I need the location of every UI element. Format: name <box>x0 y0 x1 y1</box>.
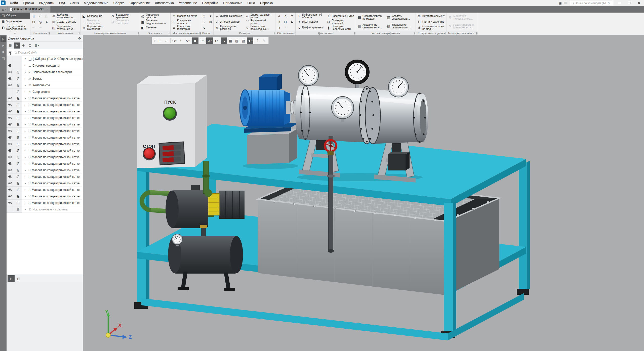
aux-axis-icon[interactable]: ∗ <box>208 14 213 19</box>
surface-mark-icon[interactable]: ≈ <box>283 25 288 30</box>
continuity-check-button[interactable]: ∮ Проверка непрерывности <box>326 25 355 30</box>
tree-row[interactable]: ∈ ▸ ∷ Массив по концентрической сетке: <box>7 200 83 206</box>
tree-panel-icon[interactable]: ⊩ <box>1 36 6 42</box>
start-button[interactable] <box>164 107 176 119</box>
tree-row[interactable]: ∈ ▸ ∷ Массив по концентрической сетке: <box>7 160 83 167</box>
menu-item[interactable]: Управление <box>176 0 199 6</box>
expand-caret-icon[interactable]: ▸ <box>25 162 27 165</box>
include-toggle[interactable]: ∈ <box>14 128 22 134</box>
move-component-button[interactable]: ⇄ Переместить компонент <box>81 25 110 30</box>
insert-std-element-button[interactable]: ⊕ Вставить элемент <box>417 13 446 19</box>
restore-button[interactable] <box>625 0 633 6</box>
group-grip-icon[interactable] <box>138 32 138 33</box>
visibility-toggle[interactable] <box>7 141 14 147</box>
cut-extrude-button[interactable]: ▣ Вырезать выдавливанием <box>140 19 170 25</box>
curvature-graph-button[interactable]: ∿ График кривизны <box>296 25 326 30</box>
document-tab[interactable]: СКОУ 50.01.001.a3d × <box>8 6 51 13</box>
include-toggle[interactable]: ∉ <box>14 206 22 213</box>
menu-item[interactable]: Справка <box>258 0 275 6</box>
tree-search-input[interactable] <box>18 51 83 54</box>
menu-item[interactable]: Правка <box>20 0 36 6</box>
menu-item[interactable]: Вид <box>57 0 68 6</box>
visibility-toggle[interactable] <box>7 167 14 173</box>
roughness-icon[interactable]: ⊿ <box>276 14 282 19</box>
display-solid-button[interactable]: ■ <box>192 37 198 44</box>
filter-button[interactable] <box>7 49 14 56</box>
pressure-gauge-3[interactable] <box>388 77 409 97</box>
section-button[interactable]: ◧ Сечение <box>140 25 170 30</box>
expand-caret-icon[interactable]: ▸ <box>25 97 27 100</box>
visibility-toggle[interactable] <box>7 89 14 95</box>
feed-pump-unit[interactable] <box>142 185 245 291</box>
visibility-toggle[interactable] <box>7 62 14 69</box>
include-toggle[interactable]: ∈ <box>14 75 22 82</box>
flag-icon[interactable]: ⊓ <box>276 25 282 30</box>
create-drawing-button[interactable]: ▤ Создать чертеж по модели <box>357 13 386 22</box>
save-icon[interactable]: ◫ <box>44 14 50 19</box>
properties-list-icon[interactable]: ▤ <box>1 55 6 61</box>
visibility-toggle[interactable] <box>7 154 14 160</box>
include-toggle[interactable]: ∈ <box>14 200 22 206</box>
redo-icon[interactable]: ↷ <box>37 25 43 30</box>
derived-dimensions-button[interactable]: ⊠ Производные размеры <box>214 25 244 30</box>
typical-elements-manager-button[interactable]: ⚙ Менеджер типовых элем... <box>448 13 477 22</box>
menu-item[interactable]: Моделирование <box>81 0 111 6</box>
expand-caret-icon[interactable]: ▸ <box>25 143 27 145</box>
expand-caret-icon[interactable]: ▸ <box>25 104 27 106</box>
expand-caret-icon[interactable]: ▾ <box>25 58 27 60</box>
electrical-box[interactable] <box>388 152 410 170</box>
visibility-toggle[interactable] <box>7 69 14 75</box>
include-toggle[interactable]: ∈ <box>14 102 22 108</box>
tree-row[interactable]: ∈ ▸ ∷ Массив по концентрической сетке: <box>7 187 83 193</box>
new-document-icon[interactable]: ▯ <box>31 14 36 19</box>
tree-row[interactable]: ∈ ▸ ∷ Массив по концентрической сетке: <box>7 141 83 147</box>
expand-caret-icon[interactable]: ▸ <box>25 91 27 93</box>
tree-row[interactable]: ∈ ▸ ∷ Массив по концентрической сетке: <box>7 121 83 128</box>
tree-row[interactable]: ∈ ▸ ∷ Массив по концентрической сетке: <box>7 108 83 115</box>
expand-caret-icon[interactable]: ▸ <box>25 202 27 204</box>
tree-row[interactable]: ∈ ▸ ∷ Массив по концентрической сетке: <box>7 128 83 134</box>
expand-caret-icon[interactable]: ▸ <box>25 208 27 211</box>
grid-button[interactable]: ▦ <box>227 37 234 44</box>
include-toggle[interactable]: ∈ <box>14 134 22 141</box>
visibility-toggle[interactable] <box>7 193 14 200</box>
radial-dimension-button[interactable]: ⌒ Радиальный размер <box>245 19 275 25</box>
diametral-dimension-button[interactable]: ⌀ Диаметральный размер <box>245 13 275 19</box>
menu-item[interactable]: Приложения <box>221 0 245 6</box>
tree-filter-button[interactable]: ⊞▾ <box>34 42 40 49</box>
include-toggle[interactable]: ∈ <box>14 160 22 167</box>
visibility-toggle[interactable] <box>7 206 14 213</box>
menu-item[interactable]: Оформление <box>127 0 152 6</box>
tree-components-button[interactable]: ⊛ <box>21 42 27 49</box>
aux-plane-icon[interactable]: ◇ <box>201 14 207 19</box>
expand-caret-icon[interactable]: ▸ <box>25 149 27 152</box>
visibility-toggle[interactable] <box>7 134 14 141</box>
scene-settings-button[interactable]: ▨ <box>240 37 247 44</box>
expand-caret-icon[interactable]: ▸ <box>25 84 27 86</box>
include-toggle[interactable]: ∈ <box>14 69 22 75</box>
stop-button[interactable] <box>144 148 154 159</box>
ribbon-collapse-button[interactable]: » <box>0 32 30 35</box>
menu-item[interactable]: Диагностика <box>152 0 176 6</box>
visibility-toggle[interactable] <box>7 115 14 121</box>
tree-row[interactable]: ∈ ▸ ⊞ Компоненты <box>7 82 83 89</box>
filter-button[interactable]: ▼▾ <box>247 37 253 44</box>
save-all-icon[interactable]: ⇓ <box>44 19 50 24</box>
include-toggle[interactable]: ∈ <box>14 95 22 102</box>
tree-structure-button[interactable]: ⊩ <box>14 42 20 49</box>
command-search[interactable] <box>570 1 613 5</box>
minimize-button[interactable] <box>615 0 623 6</box>
group-grip-icon[interactable] <box>79 32 79 33</box>
home-button[interactable]: ⌂ ▾ <box>0 6 8 13</box>
group-grip-icon[interactable] <box>354 32 355 33</box>
control-panel-box[interactable]: ПУСК СТОП <box>137 75 207 168</box>
mode-management[interactable]: ▤ Управление <box>0 19 30 25</box>
measure-button[interactable]: ⊺ <box>255 37 261 44</box>
place-derived-dimensions-button[interactable]: ↘ Разместить производные... <box>245 25 275 30</box>
sketch-csys-button[interactable]: ⌐ <box>163 37 170 44</box>
tree-row[interactable]: ∈ ▸ ◎ Сопряжения <box>7 89 83 95</box>
visibility-toggle[interactable] <box>7 121 14 128</box>
expand-caret-icon[interactable]: ▸ <box>25 195 27 198</box>
visibility-toggle[interactable] <box>7 75 14 82</box>
expand-caret-icon[interactable]: ▸ <box>25 110 27 113</box>
